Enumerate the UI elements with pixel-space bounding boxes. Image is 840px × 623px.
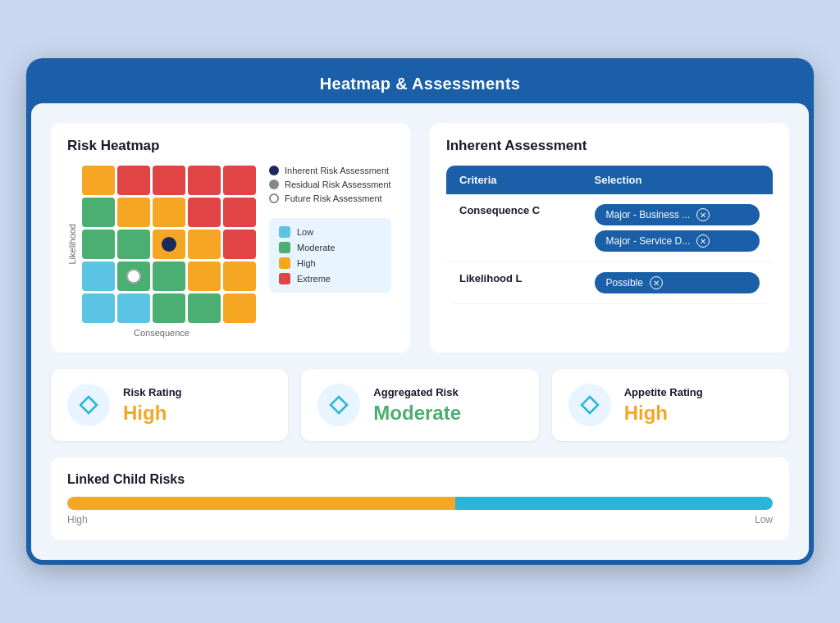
progress-bar-orange [67, 497, 455, 510]
legend-future-label: Future Risk Assessment [285, 193, 382, 203]
tag-remove-possible[interactable]: ✕ [650, 276, 663, 289]
appetite-rating-icon [568, 384, 611, 426]
heatmap-with-axis: Likelihood [67, 166, 256, 323]
heatmap-cell [82, 261, 115, 291]
heatmap-cell [153, 166, 185, 195]
legend-dots: Inherent Risk Assessment Residual Risk A… [269, 166, 391, 203]
diamond-icon [78, 394, 99, 416]
heatmap-cell [82, 293, 115, 323]
progress-bar [67, 497, 773, 510]
page-title: Heatmap & Assessments [31, 75, 809, 93]
risk-rating-icon [67, 384, 110, 426]
tag-row: Possible ✕ [595, 272, 760, 293]
diamond-icon-3 [579, 394, 600, 416]
heatmap-cell [117, 261, 150, 291]
heatmap-section: Risk Heatmap Likelihood [51, 123, 410, 352]
risk-rating-label: Risk Rating [123, 386, 182, 398]
selection-consequence: Major - Business ... ✕ Major - Service D… [582, 194, 773, 262]
tag-major-business[interactable]: Major - Business ... ✕ [595, 204, 760, 225]
table-row: Consequence C Major - Business ... ✕ Maj… [446, 194, 773, 262]
progress-label-high: High [67, 514, 88, 525]
assessment-section: Inherent Assessment Criteria Selection C… [430, 123, 789, 352]
col-selection: Selection [582, 166, 773, 194]
heatmap-cell [223, 293, 256, 323]
col-criteria: Criteria [446, 166, 582, 194]
legend-low: Low [279, 226, 381, 238]
tag-remove-service[interactable]: ✕ [696, 234, 710, 248]
appetite-rating-card: Appetite Rating High [552, 369, 789, 441]
moderate-label: Moderate [297, 243, 335, 252]
aggregated-risk-info: Aggregated Risk Moderate [373, 386, 461, 425]
assessment-table: Criteria Selection Consequence C Major -… [446, 166, 773, 304]
tag-major-service[interactable]: Major - Service D... ✕ [595, 230, 760, 252]
top-section: Risk Heatmap Likelihood [51, 123, 789, 352]
progress-label-low: Low [755, 514, 773, 525]
appetite-rating-info: Appetite Rating High [624, 386, 703, 425]
legend-dot-inherent: Inherent Risk Assessment [269, 166, 391, 175]
tag-remove-business[interactable]: ✕ [696, 208, 710, 221]
heatmap-cell [153, 198, 185, 227]
selection-likelihood: Possible ✕ [582, 262, 773, 304]
heatmap-cell [82, 166, 115, 195]
heatmap-cell [82, 230, 115, 259]
appetite-rating-value: High [624, 402, 703, 425]
tag-row: Major - Business ... ✕ Major - Service D… [595, 204, 760, 252]
progress-bar-blue [455, 497, 773, 510]
aggregated-risk-value: Moderate [373, 402, 461, 425]
moderate-swatch [279, 242, 290, 253]
heatmap-cell [153, 230, 185, 259]
outer-card: Heatmap & Assessments Risk Heatmap Likel… [26, 58, 814, 565]
heatmap-title: Risk Heatmap [67, 138, 394, 154]
dot-filled-icon [269, 166, 279, 175]
inherent-dot [162, 237, 176, 252]
heatmap-cell [117, 198, 150, 227]
heatmap-cell [188, 293, 221, 323]
legend-inherent-label: Inherent Risk Assessment [285, 166, 389, 175]
aggregated-risk-label: Aggregated Risk [373, 386, 461, 398]
heatmap-grid-wrap: Likelihood [67, 166, 256, 338]
extreme-label: Extreme [297, 274, 331, 284]
extreme-swatch [279, 273, 290, 284]
legend-dot-future: Future Risk Assessment [269, 193, 391, 203]
heatmap-content: Likelihood [67, 166, 394, 338]
tag-possible[interactable]: Possible ✕ [595, 272, 760, 293]
high-label: High [297, 258, 316, 268]
heatmap-cell [153, 293, 185, 323]
heatmap-cell [117, 230, 150, 259]
legend-section: Inherent Risk Assessment Residual Risk A… [269, 166, 391, 293]
title-bar: Heatmap & Assessments [31, 63, 809, 103]
dot-empty-icon [269, 193, 279, 203]
heatmap-cell [188, 198, 221, 227]
appetite-rating-label: Appetite Rating [624, 386, 703, 398]
high-swatch [279, 257, 290, 269]
progress-labels: High Low [67, 514, 773, 525]
inner-card: Risk Heatmap Likelihood [31, 103, 809, 560]
diamond-icon-2 [328, 394, 349, 416]
x-axis-label: Consequence [134, 328, 189, 338]
linked-title: Linked Child Risks [67, 472, 773, 487]
heatmap-cell [188, 166, 221, 195]
heatmap-cell [82, 198, 115, 227]
heatmap-cell [223, 166, 256, 195]
legend-extreme: Extreme [279, 273, 381, 284]
risk-rating-card: Risk Rating High [51, 369, 288, 441]
legend-moderate: Moderate [279, 242, 381, 253]
heatmap-cell [223, 198, 256, 227]
linked-section: Linked Child Risks High Low [51, 457, 789, 540]
heatmap-cell [153, 261, 185, 291]
heatmap-cell [188, 261, 221, 291]
y-axis-label: Likelihood [67, 224, 77, 265]
criteria-likelihood: Likelihood L [446, 262, 582, 304]
risk-rating-value: High [123, 402, 182, 425]
heatmap-cell [223, 230, 256, 259]
aggregated-risk-icon [317, 384, 360, 426]
table-row: Likelihood L Possible ✕ [446, 262, 773, 304]
heatmap-cell [117, 166, 150, 195]
low-swatch [279, 226, 290, 238]
legend-residual-label: Residual Risk Assessment [285, 180, 391, 189]
risk-rating-info: Risk Rating High [123, 386, 182, 425]
aggregated-risk-card: Aggregated Risk Moderate [301, 369, 538, 441]
heatmap-grid [82, 166, 256, 323]
heatmap-cell [117, 293, 150, 323]
low-label: Low [297, 227, 313, 237]
